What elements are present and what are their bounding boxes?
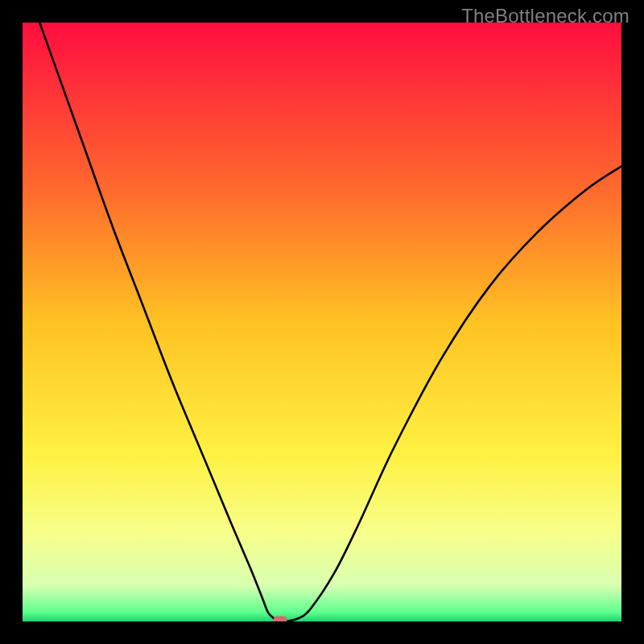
plot-area	[23, 23, 621, 621]
bottleneck-chart	[23, 23, 621, 621]
gradient-background	[23, 23, 621, 621]
chart-frame: TheBottleneck.com	[0, 0, 644, 644]
optimal-marker	[274, 617, 287, 621]
